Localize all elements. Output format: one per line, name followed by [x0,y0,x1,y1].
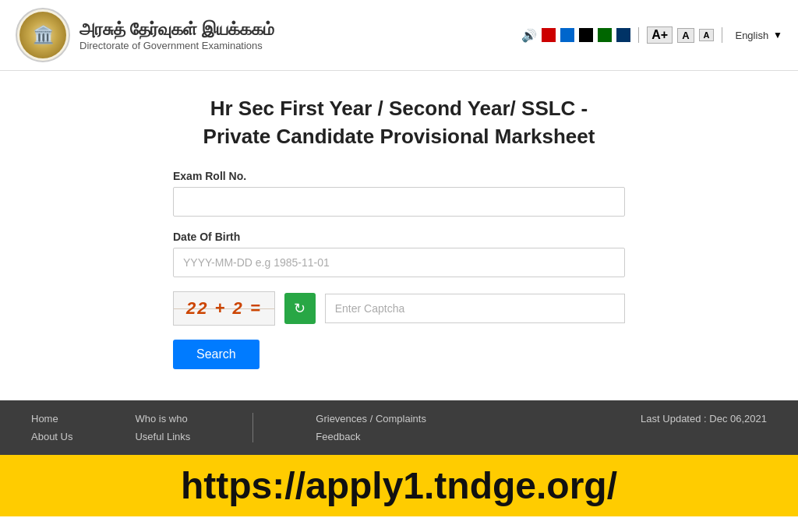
captcha-input[interactable] [325,294,625,323]
footer-link-useful-links[interactable]: Useful Links [135,431,190,442]
header-logo-section: 🏛️ அரசுத் தேர்வுகள் இயக்ககம் Directorate… [16,8,274,62]
font-normal-button[interactable]: A [677,28,694,43]
footer-col-1: Home About Us [31,413,72,442]
accessibility-toolbar: 🔊 A+ A A English ▼ [521,26,782,44]
color-red[interactable] [542,28,556,42]
refresh-icon: ↻ [294,300,305,317]
footer-link-feedback[interactable]: Feedback [316,431,426,442]
footer-link-home[interactable]: Home [31,413,72,425]
language-selector[interactable]: English [735,30,768,41]
main-content: Hr Sec First Year / Second Year/ SSLC - … [0,71,798,385]
footer-link-who-is-who[interactable]: Who is who [135,413,190,425]
site-footer: Home About Us Who is who Useful Links Gr… [0,400,798,455]
dob-group: Date Of Birth [173,231,625,277]
font-increase-button[interactable]: A+ [647,26,673,44]
footer-col-2: Who is who Useful Links [135,413,190,442]
color-green[interactable] [598,28,612,42]
font-decrease-button[interactable]: A [699,29,715,41]
search-form: Exam Roll No. Date Of Birth 22 + 2 = ↻ S… [173,170,625,369]
page-title: Hr Sec First Year / Second Year/ SSLC - … [203,94,595,151]
roll-number-input[interactable] [173,187,625,217]
color-navy[interactable] [616,28,630,42]
roll-label: Exam Roll No. [173,170,625,182]
search-button[interactable]: Search [173,340,260,369]
logo-emblem: 🏛️ [19,12,66,58]
url-banner: https://apply1.tndge.org/ [0,455,798,516]
dob-input[interactable] [173,248,625,277]
roll-number-group: Exam Roll No. [173,170,625,217]
footer-last-updated: Last Updated : Dec 06,2021 [641,413,767,425]
divider [638,27,639,43]
site-title-tamil: அரசுத் தேர்வுகள் இயக்ககம் [79,19,274,40]
sound-icon[interactable]: 🔊 [521,28,537,43]
footer-link-grievances[interactable]: Grievences / Complaints [316,413,426,425]
color-blue[interactable] [560,28,574,42]
footer-nav: Home About Us Who is who Useful Links Gr… [31,413,767,442]
header-title-block: அரசுத் தேர்வுகள் இயக்ககம் Directorate of… [79,19,274,51]
url-text: https://apply1.tndge.org/ [181,465,617,506]
site-title-english: Directorate of Government Examinations [79,40,274,51]
color-black[interactable] [579,28,593,42]
footer-divider [252,413,253,442]
footer-link-about[interactable]: About Us [31,431,72,442]
site-header: 🏛️ அரசுத் தேர்வுகள் இயக்ககம் Directorate… [0,0,798,71]
dob-label: Date Of Birth [173,231,625,243]
captcha-refresh-button[interactable]: ↻ [284,293,316,324]
site-logo: 🏛️ [16,8,70,62]
lang-arrow[interactable]: ▼ [773,30,782,41]
captcha-row: 22 + 2 = ↻ [173,291,625,326]
footer-col-3: Grievences / Complaints Feedback [316,413,426,442]
divider2 [722,27,722,43]
captcha-image: 22 + 2 = [173,291,275,326]
